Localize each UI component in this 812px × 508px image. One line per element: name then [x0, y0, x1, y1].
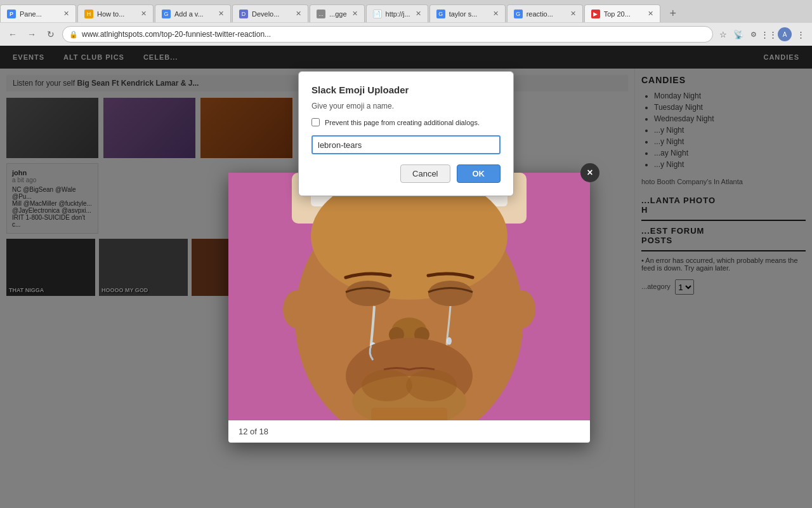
tab-bar: P Pane... ✕ H How to... ✕ G Add a v... ✕… [0, 0, 812, 23]
tab-label-6: http://j... [386, 10, 410, 18]
tab-top20[interactable]: ▶ Top 20... ✕ [584, 4, 660, 22]
dialog-buttons: Cancel OK [311, 164, 501, 183]
tab-close-icon-5[interactable]: ✕ [347, 10, 358, 18]
tab-label-2: How to... [97, 10, 124, 18]
tab-favicon: P [7, 10, 16, 18]
dialog-subtitle: Give your emoji a name. [311, 102, 501, 110]
tab-label-7: taylor s... [449, 10, 478, 18]
dialog: Slack Emoji Uploader Give your emoji a n… [298, 71, 514, 196]
url-text: www.atlnightspots.com/top-20-funniest-tw… [82, 30, 271, 39]
browser-chrome: P Pane... ✕ H How to... ✕ G Add a v... ✕… [0, 0, 812, 46]
tab-close-icon-3[interactable]: ✕ [213, 10, 224, 18]
dialog-checkbox-row: Prevent this page from creating addition… [311, 118, 501, 126]
tab-6[interactable]: 📄 http://j... ✕ [366, 4, 428, 22]
dialog-title: Slack Emoji Uploader [311, 84, 501, 95]
tab-close-icon-7[interactable]: ✕ [488, 10, 499, 18]
toolbar-icons: ☆ 📡 ⚙ ⋮⋮ A ⋮ [717, 27, 807, 41]
tab-close-icon-2[interactable]: ✕ [136, 10, 147, 18]
website-content: EVENTS ALT CLUB PICS CELEB... CANDIES Li… [0, 46, 812, 508]
tab-pane[interactable]: P Pane... ✕ [0, 4, 76, 22]
tab-5[interactable]: ... ...gge ✕ [310, 4, 365, 22]
tab-favicon-6: 📄 [373, 10, 382, 18]
tab-label-8: reactio... [527, 10, 553, 18]
tab-label-4: Develo... [252, 10, 279, 18]
avatar-icon[interactable]: A [778, 27, 792, 41]
bookmark-icon[interactable]: ☆ [717, 28, 730, 41]
tab-close-icon-8[interactable]: ✕ [565, 10, 576, 18]
lock-icon: 🔒 [69, 30, 78, 39]
prevent-dialogs-label: Prevent this page from creating addition… [325, 119, 480, 126]
extension-icon[interactable]: ⚙ [747, 28, 760, 41]
tab-how-to[interactable]: H How to... ✕ [77, 4, 154, 22]
prevent-dialogs-checkbox[interactable] [311, 118, 320, 126]
address-bar[interactable]: 🔒 www.atlnightspots.com/top-20-funniest-… [62, 26, 713, 43]
tab-close-icon[interactable]: ✕ [58, 10, 69, 18]
address-bar-row: ← → ↻ 🔒 www.atlnightspots.com/top-20-fun… [0, 23, 812, 46]
new-tab-button[interactable]: + [664, 4, 682, 22]
tab-favicon-8: G [514, 10, 523, 18]
dialog-overlay: Slack Emoji Uploader Give your emoji a n… [0, 46, 812, 508]
tab-favicon-3: G [162, 10, 171, 18]
tab-favicon-2: H [84, 10, 93, 18]
tab-close-icon-9[interactable]: ✕ [643, 10, 653, 18]
reload-button[interactable]: ↻ [43, 27, 58, 42]
tab-label: Pane... [20, 10, 42, 18]
forward-button[interactable]: → [24, 27, 39, 42]
tab-develo[interactable]: D Develo... ✕ [232, 4, 308, 22]
tab-favicon-4: D [239, 10, 248, 18]
tab-label-9: Top 20... [604, 10, 631, 18]
tab-favicon-7: G [436, 10, 445, 18]
back-button[interactable]: ← [5, 27, 20, 42]
tab-favicon-9: ▶ [591, 10, 600, 18]
tab-label-5: ...gge [329, 10, 347, 18]
tab-7[interactable]: G taylor s... ✕ [429, 4, 506, 22]
emoji-name-input[interactable] [311, 135, 501, 154]
cancel-button[interactable]: Cancel [400, 164, 450, 183]
menu-icon[interactable]: ⋮ [794, 28, 807, 41]
ok-button[interactable]: OK [457, 164, 501, 183]
tab-favicon-5: ... [317, 10, 325, 18]
cast-icon[interactable]: 📡 [732, 28, 745, 41]
tab-reaction[interactable]: G reactio... ✕ [507, 4, 583, 22]
apps-icon[interactable]: ⋮⋮ [763, 28, 775, 41]
tab-close-icon-4[interactable]: ✕ [291, 10, 301, 18]
tab-label-3: Add a v... [174, 10, 204, 18]
website-bg: EVENTS ALT CLUB PICS CELEB... CANDIES Li… [0, 46, 812, 508]
tab-close-icon-6[interactable]: ✕ [410, 10, 421, 18]
tab-add[interactable]: G Add a v... ✕ [155, 4, 231, 22]
